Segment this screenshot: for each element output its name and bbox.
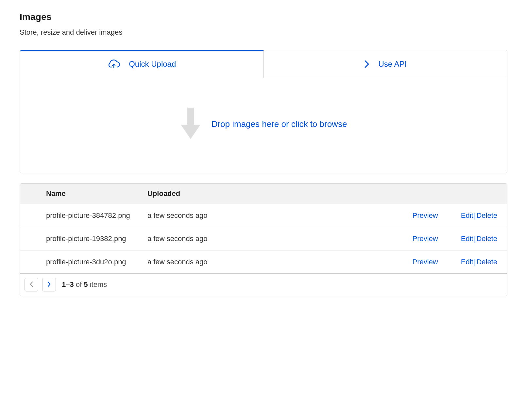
chevron-left-icon	[29, 281, 34, 289]
download-arrow-icon	[180, 108, 201, 140]
preview-link[interactable]: Preview	[413, 235, 438, 243]
upload-tabs: Quick Upload Use API	[20, 50, 507, 78]
tab-quick-upload-label: Quick Upload	[129, 60, 176, 69]
row-actions: Edit | Delete	[461, 258, 497, 266]
page-title: Images	[20, 12, 507, 22]
pagination: 1–3 of 5 items	[20, 273, 507, 296]
preview-link[interactable]: Preview	[413, 258, 438, 266]
table-row: profile-picture-19382.pnga few seconds a…	[20, 227, 507, 251]
chevron-right-icon	[364, 60, 370, 69]
delete-link[interactable]: Delete	[476, 258, 497, 266]
cell-name: profile-picture-3du2o.png	[20, 258, 147, 266]
action-separator: |	[473, 211, 477, 220]
pagination-next-button[interactable]	[42, 278, 56, 291]
table-row: profile-picture-3du2o.pnga few seconds a…	[20, 251, 507, 273]
delete-link[interactable]: Delete	[476, 211, 497, 220]
column-header-name: Name	[20, 189, 147, 198]
tab-use-api[interactable]: Use API	[264, 50, 507, 78]
upload-card: Quick Upload Use API Drop images here or…	[20, 50, 507, 173]
cell-uploaded: a few seconds ago	[147, 235, 259, 243]
page-subtitle: Store, resize and deliver images	[20, 28, 507, 37]
dropzone[interactable]: Drop images here or click to browse	[20, 78, 507, 173]
pagination-info: 1–3 of 5 items	[62, 280, 107, 289]
cell-name: profile-picture-19382.png	[20, 235, 147, 243]
cloud-upload-icon	[107, 59, 120, 69]
tab-quick-upload[interactable]: Quick Upload	[20, 50, 264, 78]
table-header: Name Uploaded	[20, 184, 507, 204]
row-actions: Edit | Delete	[461, 211, 497, 220]
column-header-uploaded: Uploaded	[147, 189, 259, 198]
tab-use-api-label: Use API	[378, 60, 407, 69]
images-table: Name Uploaded profile-picture-384782.png…	[20, 183, 507, 296]
dropzone-text: Drop images here or click to browse	[212, 119, 347, 129]
edit-link[interactable]: Edit	[461, 211, 473, 220]
chevron-right-icon	[47, 281, 51, 289]
row-actions: Edit | Delete	[461, 235, 497, 243]
table-row: profile-picture-384782.pnga few seconds …	[20, 204, 507, 227]
pagination-prev-button[interactable]	[25, 278, 38, 291]
cell-uploaded: a few seconds ago	[147, 211, 259, 220]
edit-link[interactable]: Edit	[461, 258, 473, 266]
delete-link[interactable]: Delete	[476, 235, 497, 243]
edit-link[interactable]: Edit	[461, 235, 473, 243]
cell-name: profile-picture-384782.png	[20, 211, 147, 220]
preview-link[interactable]: Preview	[413, 211, 438, 220]
action-separator: |	[473, 258, 477, 266]
cell-uploaded: a few seconds ago	[147, 258, 259, 266]
action-separator: |	[473, 235, 477, 243]
